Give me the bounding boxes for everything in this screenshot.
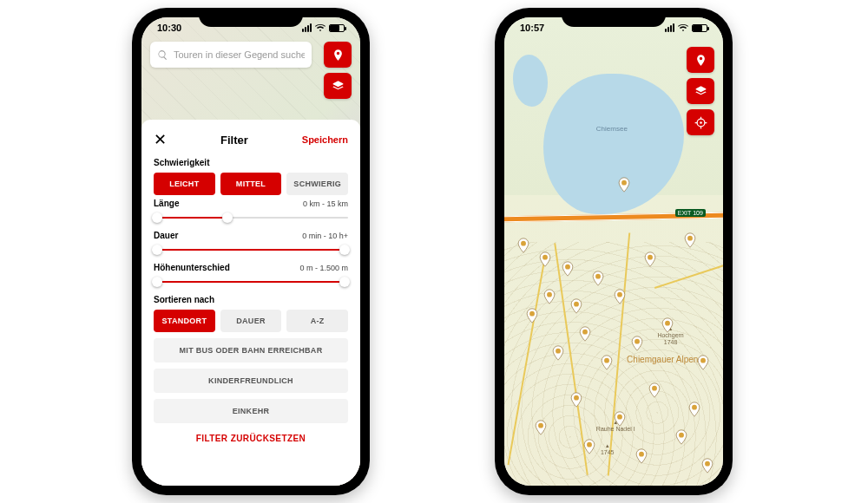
- tour-pin[interactable]: [539, 252, 551, 267]
- duration-slider[interactable]: Dauer0 min - 10 h+: [154, 231, 348, 256]
- difficulty-segment: LEICHT MITTEL SCHWIERIG: [154, 173, 348, 195]
- difficulty-medium[interactable]: MITTEL: [220, 173, 282, 195]
- svg-point-14: [666, 320, 671, 325]
- svg-point-10: [582, 330, 588, 335]
- locate-icon: [694, 116, 707, 129]
- tour-pin[interactable]: [614, 289, 626, 304]
- svg-point-15: [700, 358, 706, 363]
- tour-pin[interactable]: [583, 439, 595, 454]
- elevation-slider[interactable]: Höhenunterschied0 m - 1.500 m: [154, 263, 348, 288]
- filter-kinder[interactable]: KINDERFREUNDLICH: [154, 369, 348, 393]
- search-bar[interactable]: Touren in dieser Gegend suchen: [150, 42, 312, 68]
- tour-pin[interactable]: [688, 402, 700, 417]
- tour-pin[interactable]: [614, 411, 626, 427]
- tour-pin[interactable]: [535, 420, 547, 435]
- peak-label: 1745: [601, 443, 615, 455]
- tour-pin[interactable]: [675, 429, 687, 445]
- sort-location[interactable]: STANDORT: [154, 310, 215, 332]
- tour-pin[interactable]: [562, 261, 574, 277]
- notch: [562, 8, 666, 27]
- svg-point-25: [621, 180, 627, 185]
- sort-az[interactable]: A-Z: [286, 310, 348, 332]
- svg-point-21: [679, 433, 684, 438]
- tour-pin[interactable]: [552, 345, 564, 361]
- battery-icon: [329, 24, 345, 32]
- svg-point-19: [587, 442, 592, 447]
- status-time: 10:30: [157, 23, 181, 33]
- svg-point-22: [705, 461, 710, 466]
- wifi-icon: [678, 24, 688, 32]
- sort-duration[interactable]: DAUER: [220, 310, 282, 332]
- difficulty-easy[interactable]: LEICHT: [154, 173, 215, 195]
- svg-point-9: [617, 292, 622, 297]
- svg-point-0: [521, 241, 526, 246]
- map-float-buttons: [687, 47, 714, 135]
- tour-pin[interactable]: [543, 289, 556, 304]
- tour-pin[interactable]: [601, 355, 613, 370]
- tour-pin[interactable]: [592, 271, 604, 286]
- tour-pin[interactable]: [579, 326, 591, 342]
- difficulty-hard[interactable]: SCHWIERIG: [286, 173, 348, 195]
- signal-icon: [302, 23, 312, 32]
- close-icon[interactable]: ✕: [154, 130, 167, 149]
- search-placeholder: Touren in dieser Gegend suchen: [174, 49, 305, 60]
- svg-point-11: [556, 349, 562, 354]
- layers-button[interactable]: [324, 73, 352, 99]
- svg-point-2: [565, 265, 570, 270]
- pin-button[interactable]: [324, 42, 352, 68]
- sort-label: Sortieren nach: [154, 295, 348, 304]
- svg-point-5: [574, 302, 579, 307]
- tour-pin[interactable]: [697, 355, 709, 370]
- filter-einkehr[interactable]: EINKEHR: [154, 399, 348, 423]
- tour-pin[interactable]: [648, 382, 661, 398]
- notch: [199, 8, 303, 27]
- tour-pin[interactable]: [570, 392, 582, 408]
- filter-bus-bahn[interactable]: MIT BUS ODER BAHN ERREICHBAR: [154, 338, 348, 363]
- map-float-buttons: [324, 42, 352, 99]
- tour-pin[interactable]: [644, 252, 656, 267]
- screen-right: Chiemsee EXIT 109 Chiemgauer Alpen Hochg…: [504, 17, 723, 486]
- pin-icon: [694, 54, 707, 67]
- battery-icon: [692, 24, 707, 32]
- svg-point-17: [617, 414, 622, 419]
- svg-point-16: [574, 395, 579, 401]
- reset-filter-button[interactable]: FILTER ZURÜCKSETZEN: [154, 434, 348, 443]
- filter-sheet: ✕ Filter Speichern Schwierigkeit LEICHT …: [141, 120, 360, 486]
- layers-icon: [694, 85, 707, 98]
- status-time: 10:57: [520, 23, 544, 33]
- phone-frame-left: 10:30 Touren in dieser Gegend suchen ✕ F…: [132, 8, 370, 495]
- svg-point-13: [635, 339, 640, 344]
- tour-pin[interactable]: [618, 177, 630, 193]
- tour-pin[interactable]: [631, 336, 643, 351]
- signal-icon: [665, 23, 674, 32]
- sort-segment: STANDORT DAUER A-Z: [154, 310, 348, 332]
- sheet-title: Filter: [220, 134, 248, 147]
- screen-left: 10:30 Touren in dieser Gegend suchen ✕ F…: [141, 17, 360, 486]
- svg-point-18: [538, 423, 543, 428]
- svg-point-8: [687, 236, 693, 241]
- length-slider[interactable]: Länge0 km - 15 km: [154, 199, 348, 224]
- tour-pin[interactable]: [570, 298, 582, 314]
- svg-point-12: [604, 358, 609, 363]
- tour-pin[interactable]: [635, 448, 648, 464]
- difficulty-label: Schwierigkeit: [154, 158, 348, 167]
- layers-button[interactable]: [687, 78, 714, 104]
- save-button[interactable]: Speichern: [302, 134, 348, 145]
- svg-point-7: [648, 255, 653, 260]
- tour-pin[interactable]: [684, 232, 696, 248]
- svg-point-20: [639, 452, 644, 457]
- layers-icon: [332, 80, 345, 93]
- svg-point-4: [529, 311, 535, 317]
- locate-button[interactable]: [687, 109, 714, 135]
- tour-pin[interactable]: [661, 317, 674, 333]
- svg-point-1: [542, 255, 548, 260]
- wifi-icon: [315, 24, 326, 32]
- region-label: Chiemgauer Alpen: [627, 355, 698, 364]
- svg-point-3: [547, 292, 552, 297]
- tour-pin[interactable]: [526, 308, 538, 323]
- pin-icon: [332, 49, 345, 62]
- tour-pin[interactable]: [517, 238, 529, 253]
- tour-pin[interactable]: [701, 458, 713, 474]
- search-icon: [157, 49, 168, 61]
- pin-button[interactable]: [687, 47, 714, 73]
